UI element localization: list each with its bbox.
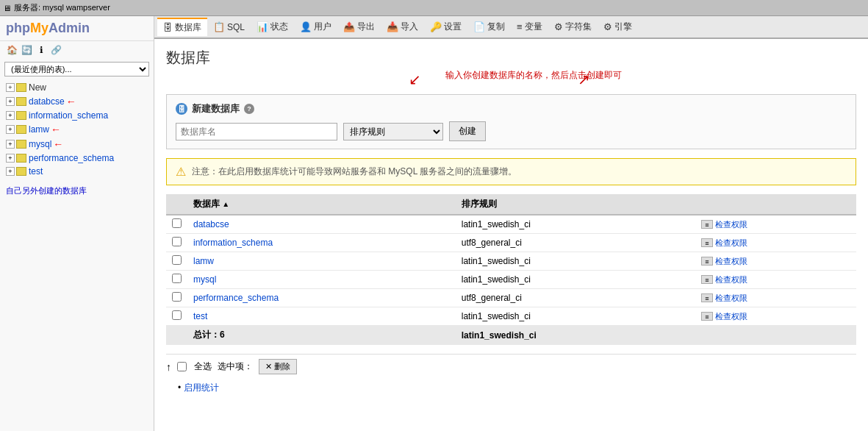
row-check-performance-schema[interactable] [172, 292, 182, 302]
nav-replicate-label: 复制 [487, 21, 505, 33]
nav-import[interactable]: 📥 导入 [381, 18, 424, 35]
database-list: + New + databcse ← + information_schema … [0, 79, 154, 179]
db-link-test[interactable]: test [29, 166, 43, 177]
row-check-mysql[interactable] [172, 274, 182, 283]
nav-variables[interactable]: ≡ 变量 [511, 18, 548, 35]
nav-charset[interactable]: ⚙ 字符集 [548, 18, 598, 35]
delete-button[interactable]: ✕ 删除 [259, 359, 297, 374]
nav-export-label: 导出 [357, 21, 375, 33]
db-row-link-lamw[interactable]: lamw [193, 256, 214, 266]
row-check-lamw[interactable] [172, 255, 182, 265]
settings-nav-icon: 🔑 [430, 21, 442, 32]
db-folder-icon [16, 154, 26, 163]
db-link-information-schema[interactable]: information_schema [29, 110, 108, 121]
db-link-databcse[interactable]: databcse [29, 96, 65, 107]
sidebar-item-databcse[interactable]: + databcse ← [0, 94, 154, 109]
nav-export[interactable]: 📤 导出 [337, 18, 381, 35]
sidebar: phpMyAdmin 🏠 🔄 ℹ 🔗 (最近使用的表)... + New + [0, 16, 154, 431]
main-content: 🗄 数据库 📋 SQL 📊 状态 👤 用户 📤 导出 📥 导入 [154, 16, 868, 431]
db-collation-mysql: latin1_swedish_ci [456, 271, 695, 289]
nav-sql[interactable]: 📋 SQL [207, 19, 251, 35]
titlebar: 🖥 服务器: mysql wampserver [0, 0, 868, 16]
table-stats-icon-databcse[interactable]: ≡ [701, 220, 713, 229]
expander-icon[interactable]: + [6, 140, 15, 149]
nav-engine[interactable]: ⚙ 引擎 [598, 18, 638, 35]
row-check-test[interactable] [172, 310, 182, 320]
sidebar-item-information-schema[interactable]: + information_schema [0, 109, 154, 122]
expander-icon[interactable]: + [6, 167, 15, 176]
db-link-lamw[interactable]: lamw [29, 124, 49, 135]
check-privileges-databcse[interactable]: 检查权限 [715, 220, 747, 229]
db-link-mysql[interactable]: mysql [29, 139, 51, 149]
refresh-icon[interactable]: 🔄 [21, 44, 32, 56]
table-stats-icon-performance-schema[interactable]: ≡ [701, 293, 713, 302]
sidebar-item-mysql[interactable]: + mysql ← [0, 137, 154, 152]
page-body: 数据库 输入你创建数据库的名称，然后点击创建即可 ↙ ↗ 🗄 新建数据库 ? [154, 39, 868, 406]
scroll-up-icon[interactable]: ↑ [166, 361, 171, 373]
table-stats-icon-mysql[interactable]: ≡ [701, 275, 713, 284]
row-check-information-schema[interactable] [172, 237, 182, 246]
enable-stats-link[interactable]: 启用统计 [184, 382, 219, 393]
db-row-link-test[interactable]: test [193, 311, 207, 321]
sidebar-item-lamw[interactable]: + lamw ← [0, 122, 154, 137]
expander-icon[interactable]: + [6, 125, 15, 134]
sql-nav-icon: 📋 [213, 21, 225, 32]
table-header-actions [695, 194, 856, 215]
collation-select[interactable]: 排序规则 utf8_general_ci utf8mb4_general_ci … [343, 123, 443, 140]
arrow-mysql: ← [53, 138, 63, 150]
sidebar-item-new[interactable]: + New [0, 81, 154, 94]
check-privileges-mysql[interactable]: 检查权限 [715, 275, 747, 284]
expander-icon[interactable]: + [6, 111, 15, 120]
check-privileges-lamw[interactable]: 检查权限 [715, 257, 747, 266]
nav-settings[interactable]: 🔑 设置 [424, 18, 467, 35]
db-collation-performance-schema: utf8_general_ci [456, 289, 695, 307]
db-row-link-information-schema[interactable]: information_schema [193, 238, 273, 248]
row-check-databcse[interactable] [172, 218, 182, 228]
logo-php: php [6, 21, 30, 35]
table-stats-icon-test[interactable]: ≡ [701, 312, 713, 321]
new-db-label: New [29, 82, 46, 93]
db-folder-icon [16, 83, 26, 92]
home-icon[interactable]: 🏠 [6, 44, 18, 56]
help-icon[interactable]: ? [244, 104, 254, 114]
nav-replicate[interactable]: 📄 复制 [467, 18, 511, 35]
create-database-button[interactable]: 创建 [449, 121, 486, 141]
expander-icon[interactable]: + [6, 97, 15, 106]
nav-users[interactable]: 👤 用户 [294, 18, 337, 35]
db-link-performance-schema[interactable]: performance_schema [29, 153, 114, 163]
db-folder-icon [16, 97, 26, 106]
sidebar-note: 自己另外创建的数据库 [0, 179, 154, 202]
db-folder-icon [16, 140, 26, 149]
check-privileges-performance-schema[interactable]: 检查权限 [715, 293, 747, 302]
replicate-nav-icon: 📄 [473, 21, 485, 32]
import-nav-icon: 📥 [387, 21, 398, 32]
databases-nav-icon: 🗄 [163, 22, 173, 33]
variables-nav-icon: ≡ [517, 21, 523, 32]
sidebar-item-test[interactable]: + test [0, 165, 154, 178]
db-folder-icon [16, 125, 26, 134]
nav-settings-label: 设置 [444, 21, 462, 33]
table-row: test latin1_swedish_ci ≡ 检查权限 [166, 307, 856, 326]
new-db-icon: 🗄 [176, 103, 187, 115]
info-icon[interactable]: ℹ [35, 44, 47, 56]
check-privileges-information-schema[interactable]: 检查权限 [715, 238, 747, 247]
db-row-link-mysql[interactable]: mysql [193, 274, 216, 285]
link-icon[interactable]: 🔗 [50, 44, 62, 56]
titlebar-icon: 🖥 [3, 4, 11, 13]
expander-icon[interactable]: + [6, 154, 15, 163]
db-row-link-databcse[interactable]: databcse [193, 219, 229, 229]
check-privileges-test[interactable]: 检查权限 [715, 312, 747, 321]
recent-tables-select[interactable]: (最近使用的表)... [4, 62, 149, 76]
recent-tables-dropdown[interactable]: (最近使用的表)... [4, 62, 149, 76]
table-stats-icon-information-schema[interactable]: ≡ [701, 238, 713, 247]
table-stats-icon-lamw[interactable]: ≡ [701, 257, 713, 266]
select-all-checkbox[interactable] [177, 362, 187, 371]
sidebar-item-performance-schema[interactable]: + performance_schema [0, 152, 154, 165]
db-row-link-performance-schema[interactable]: performance_schema [193, 293, 279, 303]
new-database-section: 🗄 新建数据库 ? 排序规则 utf8_general_ci utf8mb4_g… [166, 94, 856, 149]
expander-icon[interactable]: + [6, 83, 15, 92]
nav-status[interactable]: 📊 状态 [251, 18, 294, 35]
db-folder-icon [16, 111, 26, 120]
nav-databases[interactable]: 🗄 数据库 [157, 18, 207, 36]
db-name-input[interactable] [176, 123, 337, 140]
